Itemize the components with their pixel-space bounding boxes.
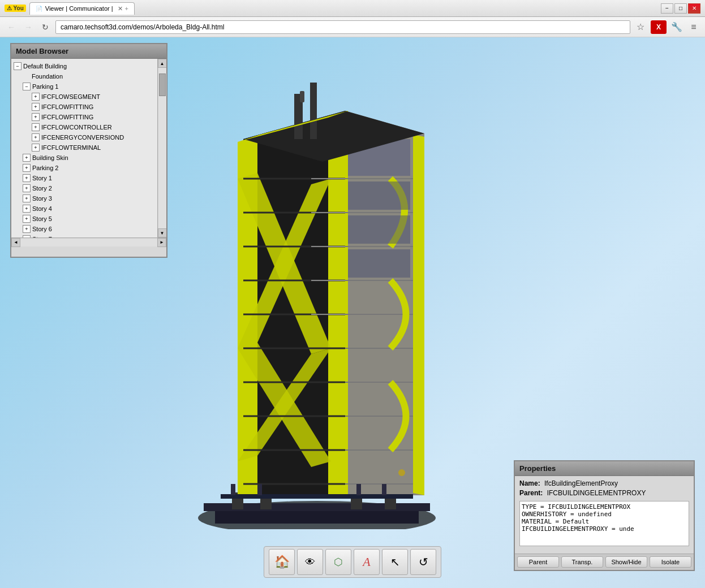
cube-btn[interactable]: ⬡: [325, 549, 351, 575]
hscroll-right-btn[interactable]: ►: [157, 238, 166, 247]
horizontal-scrollbar[interactable]: ◄ ►: [11, 237, 166, 247]
expander-ifcenergyconversiond[interactable]: +: [32, 133, 40, 141]
new-tab-btn[interactable]: +: [125, 5, 128, 12]
tree-item-story3[interactable]: +Story 3: [11, 193, 157, 204]
expander-default-building[interactable]: −: [14, 62, 22, 70]
transp-btn[interactable]: Transp.: [561, 556, 603, 568]
tree-label-building-skin: Building Skin: [32, 153, 68, 162]
tree-item-parking1[interactable]: −Parking 1: [11, 81, 157, 92]
tree-label-story4: Story 4: [32, 204, 52, 213]
expander-story6[interactable]: +: [23, 225, 31, 233]
tree-item-building-skin[interactable]: +Building Skin: [11, 153, 157, 163]
close-btn[interactable]: ✕: [688, 3, 700, 14]
tree-item-story1[interactable]: +Story 1: [11, 173, 157, 183]
parent-btn[interactable]: Parent: [517, 556, 559, 568]
svg-rect-47: [310, 83, 317, 139]
tree-item-ifcflowfitting1[interactable]: +IFCFLOWFITTING: [11, 102, 157, 112]
address-bar[interactable]: [55, 20, 630, 34]
properties-details[interactable]: [519, 501, 689, 546]
extension-icon[interactable]: X: [651, 20, 667, 34]
tree-label-parking2: Parking 2: [32, 163, 58, 172]
building-3d-view[interactable]: [170, 66, 464, 529]
building-svg: [170, 66, 464, 529]
expander-story3[interactable]: +: [23, 194, 31, 202]
forward-btn[interactable]: →: [22, 20, 35, 34]
tree-item-ifcflowsegment[interactable]: +IFCFLOWSEGMENT: [11, 92, 157, 102]
svg-rect-53: [356, 484, 361, 495]
star-icon[interactable]: ☆: [634, 20, 647, 34]
svg-marker-40: [413, 135, 424, 495]
tree-label-ifcflowcontroller: IFCFLOWCONTROLLER: [41, 123, 112, 132]
tree-label-ifcflowfitting2: IFCFLOWFITTING: [41, 113, 93, 122]
vertical-scrollbar[interactable]: ▲ ▼: [157, 59, 166, 237]
tree-label-parking1: Parking 1: [32, 82, 58, 91]
cursor-btn[interactable]: ↖: [382, 549, 408, 575]
show-hide-btn[interactable]: Show/Hide: [605, 556, 647, 568]
expander-building-skin[interactable]: +: [23, 154, 31, 162]
tree-item-default-building[interactable]: −Default Building: [11, 61, 157, 71]
tree-container[interactable]: −Default BuildingFoundation−Parking 1+IF…: [11, 59, 157, 237]
parent-row: Parent: IFCBUILDINGELEMENTPROXY: [519, 489, 689, 497]
expander-story1[interactable]: +: [23, 174, 31, 182]
properties-title: Properties: [519, 464, 556, 473]
svg-rect-51: [231, 484, 235, 495]
hscroll-track: [20, 239, 157, 247]
expander-story5[interactable]: +: [23, 215, 31, 223]
rotate-btn[interactable]: ↺: [410, 549, 436, 575]
svg-rect-42: [348, 181, 410, 210]
hscroll-left-btn[interactable]: ◄: [11, 238, 20, 247]
expander-story2[interactable]: +: [23, 184, 31, 192]
name-value: IfcBuildingElementProxy: [544, 479, 618, 487]
extensions-icon[interactable]: 🔧: [670, 20, 683, 34]
text-btn[interactable]: A: [354, 549, 380, 575]
tree-label-ifcflowfitting1: IFCFLOWFITTING: [41, 102, 93, 111]
expander-ifcflowsegment[interactable]: +: [32, 93, 40, 101]
name-label: Name:: [519, 479, 540, 487]
tree-item-story5[interactable]: +Story 5: [11, 214, 157, 224]
tree-item-parking2[interactable]: +Parking 2: [11, 163, 157, 173]
tree-item-ifcflowterminal[interactable]: +IFCFLOWTERMINAL: [11, 142, 157, 153]
tree-label-story1: Story 1: [32, 174, 52, 183]
tree-item-story2[interactable]: +Story 2: [11, 183, 157, 193]
expander-parking2[interactable]: +: [23, 164, 31, 172]
view-btn[interactable]: 👁: [297, 549, 323, 575]
back-btn[interactable]: ←: [5, 20, 18, 34]
bottom-toolbar: 🏠 👁 ⬡ A ↖ ↺: [264, 546, 441, 578]
expander-ifcflowfitting2[interactable]: +: [32, 113, 40, 121]
tree-item-story4[interactable]: +Story 4: [11, 204, 157, 214]
isolate-btn[interactable]: Isolate: [650, 556, 691, 568]
model-browser-title: Model Browser: [16, 47, 68, 55]
tree-item-ifcenergyconversiond[interactable]: +IFCENERGYCONVERSIOND: [11, 132, 157, 142]
home-view-btn[interactable]: 🏠: [269, 549, 295, 575]
tree-item-ifcflowcontroller[interactable]: +IFCFLOWCONTROLLER: [11, 122, 157, 132]
warning-badge: ⚠ You: [5, 5, 26, 12]
maximize-btn[interactable]: □: [674, 3, 687, 14]
reload-btn[interactable]: ↻: [38, 20, 52, 34]
scroll-up-btn[interactable]: ▲: [158, 59, 167, 68]
scroll-thumb[interactable]: [159, 74, 166, 96]
tab-close-btn[interactable]: ✕: [118, 5, 123, 12]
tree-label-story6: Story 6: [32, 224, 52, 234]
tree-label-story3: Story 3: [32, 194, 52, 203]
tree-item-story6[interactable]: +Story 6: [11, 224, 157, 234]
name-row: Name: IfcBuildingElementProxy: [519, 479, 689, 487]
tree-item-ifcflowfitting2[interactable]: +IFCFLOWFITTING: [11, 112, 157, 122]
parent-value: IFCBUILDINGELEMENTPROXY: [547, 489, 646, 497]
expander-story4[interactable]: +: [23, 205, 31, 213]
scroll-down-btn[interactable]: ▼: [158, 228, 167, 237]
properties-header: Properties: [515, 461, 694, 476]
parent-label: Parent:: [519, 489, 543, 497]
main-viewport: Model Browser −Default BuildingFoundatio…: [0, 37, 705, 588]
expander-ifcflowterminal[interactable]: +: [32, 144, 40, 152]
expander-parking1[interactable]: −: [23, 83, 31, 90]
expander-ifcflowfitting1[interactable]: +: [32, 103, 40, 111]
tree-label-foundation: Foundation: [32, 72, 63, 81]
browser-tab[interactable]: 📄 Viewer | Communicator | ✕ +: [29, 2, 135, 15]
expander-ifcflowcontroller[interactable]: +: [32, 123, 40, 131]
minimize-btn[interactable]: −: [661, 3, 673, 14]
tree-label-story2: Story 2: [32, 184, 52, 193]
svg-rect-48: [300, 91, 304, 102]
browser-toolbar: ← → ↻ ☆ X 🔧 ≡: [0, 17, 705, 37]
tree-item-foundation[interactable]: Foundation: [11, 71, 157, 81]
menu-icon[interactable]: ≡: [687, 20, 700, 34]
